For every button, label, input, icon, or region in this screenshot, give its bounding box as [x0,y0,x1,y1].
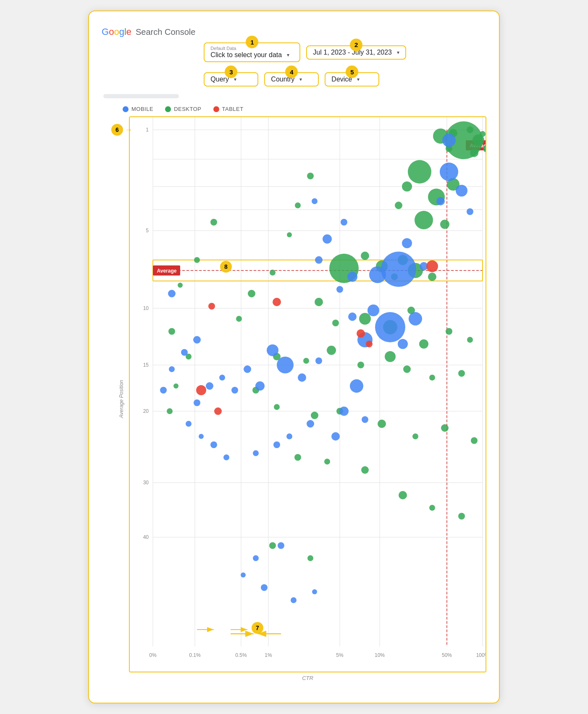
y-axis-label: Average Position [118,380,124,418]
query-dropdown-arrow: ▾ [234,76,236,82]
svg-point-123 [323,234,332,244]
badge-5: 5 [346,66,358,78]
svg-point-104 [194,257,200,263]
device-dropdown[interactable]: 5 Device ▾ [325,72,379,87]
svg-text:5%: 5% [336,652,344,658]
svg-point-103 [210,219,217,226]
svg-point-170 [273,298,281,306]
svg-point-119 [409,312,422,326]
svg-point-112 [402,238,412,248]
chart-wrapper: Average Position 6 → [110,116,486,681]
svg-point-139 [194,399,200,406]
svg-point-152 [278,542,284,549]
data-dropdown-arrow: ▾ [287,52,289,58]
svg-point-137 [219,375,225,381]
svg-point-54 [402,181,412,192]
svg-text:0%: 0% [149,652,157,658]
svg-point-156 [291,597,297,603]
svg-point-89 [294,454,301,461]
svg-point-125 [312,198,318,204]
svg-point-76 [357,362,364,368]
svg-point-98 [295,202,301,208]
svg-point-132 [298,373,306,382]
badge-6-container: 6 → [111,124,132,136]
svg-point-82 [274,404,280,410]
svg-point-92 [399,491,407,499]
logo-text: Google [102,26,131,37]
svg-point-134 [255,381,265,391]
svg-point-99 [287,232,292,237]
svg-point-136 [231,387,238,394]
controls-row2: 3 Query ▾ 4 Country ▾ 5 [204,66,486,87]
svg-point-110 [381,252,416,287]
svg-point-80 [458,370,465,377]
desktop-label: DESKTOP [174,106,201,112]
svg-point-121 [347,272,357,282]
device-dropdown-arrow: ▾ [357,76,360,82]
svg-point-157 [312,589,317,594]
badge-6-arrow: → [125,126,132,134]
legend-desktop: DESKTOP [165,106,201,112]
badge-4: 4 [285,66,298,78]
svg-point-45 [467,126,473,133]
svg-point-168 [214,407,222,415]
svg-point-108 [173,383,178,388]
mobile-dot [123,106,129,112]
svg-point-96 [307,555,313,561]
svg-point-150 [273,441,280,448]
svg-point-127 [456,185,467,197]
legend-mobile: MOBILE [123,106,153,112]
svg-point-149 [286,433,292,439]
svg-point-88 [471,437,478,444]
svg-text:10: 10 [143,305,149,311]
date-dropdown[interactable]: 2 Jul 1, 2023 - July 31, 2023 ▾ [306,45,406,60]
svg-point-159 [181,349,188,356]
controls-row1: 1 Default Data Click to select your data… [204,37,486,62]
svg-point-94 [458,513,465,520]
svg-point-78 [403,365,411,373]
svg-point-111 [369,266,386,283]
svg-point-65 [315,298,323,306]
svg-point-120 [336,286,343,293]
query-dropdown[interactable]: 3 Query ▾ [204,72,258,87]
svg-point-109 [167,408,173,414]
country-dropdown[interactable]: 4 Country ▾ [264,72,319,87]
svg-point-74 [303,358,309,364]
badge-1: 1 [246,36,258,48]
svg-point-140 [186,421,192,427]
svg-point-85 [378,420,386,428]
svg-point-90 [324,459,330,465]
main-card: Google Search Console 1 Default Data Cli… [88,10,500,704]
svg-point-129 [467,208,473,215]
svg-point-105 [178,283,183,288]
svg-point-167 [196,385,206,395]
svg-text:40: 40 [143,534,149,540]
svg-point-124 [341,219,347,226]
badge-7: 7 [252,622,263,634]
svg-text:100%: 100% [476,652,486,658]
svg-point-57 [440,220,449,229]
svg-point-48 [480,131,486,137]
svg-point-141 [199,434,204,439]
svg-text:1: 1 [146,127,149,133]
svg-point-155 [261,584,268,591]
svg-point-142 [210,441,217,448]
svg-point-83 [311,412,318,419]
data-dropdown-value: Click to select your data ▾ [210,51,294,59]
svg-text:0.5%: 0.5% [235,652,247,658]
controls-top: 1 Default Data Click to select your data… [204,24,486,87]
svg-point-148 [307,420,314,428]
legend-tablet: TABLET [213,106,244,112]
tablet-label: TABLET [222,106,244,112]
svg-point-67 [359,313,371,325]
data-dropdown[interactable]: 1 Default Data Click to select your data… [204,42,300,62]
svg-point-117 [348,312,357,321]
chart-container: 1 5 10 15 20 30 40 0% 0.1% 0.5% 1% 5% 10… [129,116,486,672]
date-dropdown-arrow: ▾ [397,50,399,55]
x-axis-label: CTR [129,675,486,681]
svg-point-147 [331,432,340,441]
svg-text:15: 15 [143,362,149,368]
svg-text:Average: Average [157,268,177,274]
svg-point-128 [436,197,445,205]
svg-point-169 [208,303,215,310]
